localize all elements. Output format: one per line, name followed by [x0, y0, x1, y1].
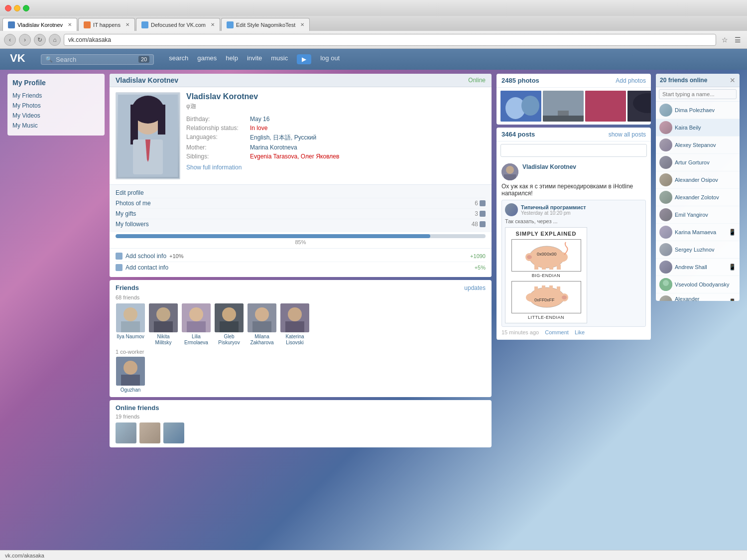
coworker-avatar[interactable] — [116, 357, 145, 386]
photo-thumb-4[interactable] — [627, 91, 651, 122]
menu-icon[interactable]: ☰ — [732, 34, 743, 45]
my-profile-title: My Profile — [12, 79, 100, 87]
add-photos-link[interactable]: Add photos — [616, 77, 646, 84]
my-followers-count: 48 — [472, 221, 486, 228]
url-text: vk.com/akasaka — [68, 36, 111, 43]
big-endian-box: 0x00 0x00 — [511, 239, 581, 272]
nav-logout[interactable]: log out — [320, 54, 340, 64]
photo-thumb-1[interactable] — [500, 91, 541, 122]
post-comment-btn[interactable]: Comment — [545, 329, 569, 335]
friends-online-box: 20 friends online ✕ Dima Polezhaev Kaira… — [656, 74, 740, 301]
forward-button[interactable]: › — [19, 34, 31, 46]
photo-thumb-3[interactable] — [585, 91, 626, 122]
fo-item[interactable]: Sergey Luzhnov — [656, 241, 740, 259]
post-author-avatar[interactable] — [501, 163, 518, 180]
nav-help[interactable]: help — [226, 54, 238, 64]
address-bar[interactable]: vk.com/akasaka — [64, 34, 716, 46]
svg-rect-55 — [542, 285, 545, 290]
my-photos-link[interactable]: My Photos — [12, 101, 100, 111]
fo-item[interactable]: Karina Mamaeva 📱 — [656, 224, 740, 241]
fo-avatar — [659, 278, 672, 291]
edit-profile-item[interactable]: Edit profile — [116, 188, 486, 198]
tab-close-3[interactable]: ✕ — [211, 22, 215, 27]
fo-list: Dima Polezhaev Kaira Beily Alexey Stepan… — [656, 102, 740, 301]
fo-item[interactable]: Andrew Shall 📱 — [656, 259, 740, 276]
maximize-button[interactable] — [23, 5, 29, 11]
online-friends-section: Online friends 19 friends — [110, 400, 492, 447]
nav-music[interactable]: music — [271, 54, 288, 64]
svg-text:0x00: 0x00 — [547, 252, 557, 257]
online-friend-avatar[interactable] — [163, 422, 184, 443]
fo-item[interactable]: Alexander Gerasimov 📱 — [656, 293, 740, 301]
fo-item[interactable]: Alexander Zolotov — [656, 189, 740, 206]
tab-defocused[interactable]: Defocused for VK.com ✕ — [136, 18, 220, 31]
tab-vladislav[interactable]: Vladislav Korotnev ✕ — [2, 18, 77, 31]
wall-input[interactable] — [500, 144, 647, 157]
vk-logo[interactable]: VK — [10, 53, 26, 66]
nav-games[interactable]: games — [197, 54, 217, 64]
fo-item[interactable]: Artur Gorturov — [656, 154, 740, 171]
friend-avatar[interactable] — [149, 303, 178, 332]
svg-point-18 — [222, 307, 236, 321]
home-button[interactable]: ⌂ — [49, 34, 61, 46]
add-school-item[interactable]: Add school info +10% +1090 — [116, 251, 486, 262]
nav-invite[interactable]: invite — [247, 54, 262, 64]
tab-close-4[interactable]: ✕ — [300, 22, 304, 27]
fo-item[interactable]: Dima Polezhaev — [656, 102, 740, 119]
fo-close-button[interactable]: ✕ — [730, 76, 736, 84]
repost-author[interactable]: Типичный программист — [521, 204, 586, 210]
add-contact-item[interactable]: Add contact info +5% — [116, 262, 486, 273]
search-input[interactable] — [56, 56, 135, 63]
svg-rect-57 — [557, 286, 560, 291]
fo-search-input[interactable] — [659, 89, 737, 99]
refresh-button[interactable]: ↻ — [34, 34, 46, 46]
my-friends-link[interactable]: My Friends — [12, 91, 100, 101]
friends-updates-link[interactable]: updates — [464, 284, 486, 291]
search-box[interactable]: 🔍 20 — [41, 54, 154, 65]
close-button[interactable] — [5, 5, 11, 11]
online-status: Online — [468, 77, 486, 84]
online-friend-avatar[interactable] — [139, 422, 160, 443]
svg-point-39 — [506, 166, 514, 174]
back-button[interactable]: ‹ — [4, 34, 16, 46]
show-all-posts-link[interactable]: show all posts — [609, 131, 646, 138]
friend-avatar[interactable] — [215, 303, 244, 332]
my-gifts-item[interactable]: My gifts 3 — [116, 209, 486, 219]
tab-close-2[interactable]: ✕ — [125, 22, 129, 27]
wall-title: 3464 posts — [501, 131, 535, 138]
mobile-icon: 📱 — [729, 229, 736, 236]
tab-ithappens[interactable]: IT happens ✕ — [78, 18, 135, 31]
my-followers-item[interactable]: My followers 48 — [116, 219, 486, 229]
tab-close-1[interactable]: ✕ — [68, 22, 72, 27]
tab-label-2: IT happens — [93, 22, 121, 28]
friend-avatar[interactable] — [280, 303, 309, 332]
nav-search[interactable]: search — [169, 54, 188, 64]
school-pct: +1090 — [470, 253, 486, 259]
photo-thumb-2[interactable] — [543, 91, 584, 122]
online-friends-avatars — [116, 422, 486, 443]
photos-of-me-item[interactable]: Photos of me 6 — [116, 198, 486, 209]
fo-item-active[interactable]: Kaira Beily — [656, 119, 740, 137]
online-friends-count: 19 friends — [116, 414, 486, 420]
fo-item[interactable]: Emil Yangirov — [656, 206, 740, 224]
fo-item[interactable]: Vsevolod Obodyansky — [656, 276, 740, 293]
tab-editstyle[interactable]: Edit Style NagomikoTest ✕ — [221, 18, 310, 31]
my-videos-link[interactable]: My Videos — [12, 111, 100, 121]
friend-avatar[interactable] — [248, 303, 276, 332]
post-like-btn[interactable]: Like — [575, 329, 585, 335]
online-friend-avatar[interactable] — [116, 422, 136, 443]
music-play-button[interactable]: ▶ — [297, 54, 311, 64]
friend-avatar[interactable] — [116, 303, 145, 332]
my-music-link[interactable]: My Music — [12, 121, 100, 131]
search-icon: 🔍 — [45, 56, 53, 63]
bookmark-icon[interactable]: ☆ — [719, 34, 730, 45]
fo-item[interactable]: Alexey Stepanov — [656, 137, 740, 154]
tab-favicon-2 — [84, 21, 91, 28]
minimize-button[interactable] — [14, 5, 20, 11]
fo-item[interactable]: Alexander Osipov — [656, 171, 740, 189]
birthday-label: Birthday: — [186, 116, 246, 123]
post-author-name[interactable]: Vladislav Korotnev — [522, 163, 576, 170]
show-full-info-link[interactable]: Show full information — [186, 164, 486, 171]
edit-profile-label: Edit profile — [116, 189, 144, 196]
friend-avatar[interactable] — [182, 303, 211, 332]
